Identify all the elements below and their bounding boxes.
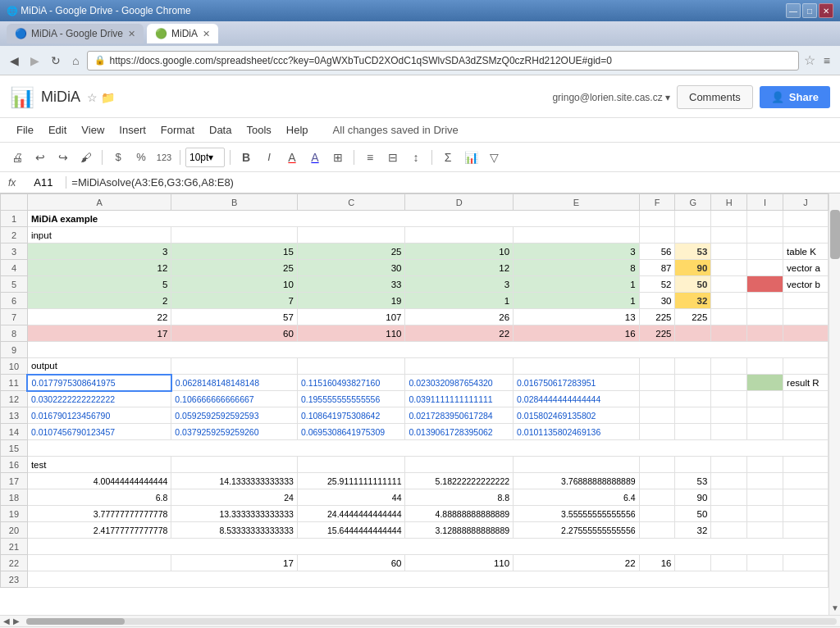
cell-d12[interactable]: 0.0391111111111111 xyxy=(405,391,514,407)
cell-a11[interactable]: 0.0177975308641975 xyxy=(27,375,171,391)
cell-h7[interactable] xyxy=(711,309,747,325)
cell-d19[interactable]: 4.88888888888889 xyxy=(405,506,514,522)
cell-j10[interactable] xyxy=(783,358,829,375)
col-header-d[interactable]: D xyxy=(405,194,514,211)
cell-i7[interactable] xyxy=(747,309,783,325)
tab-close-drive[interactable]: ✕ xyxy=(128,29,135,39)
cell-j2[interactable] xyxy=(783,227,829,243)
cell-e8[interactable]: 16 xyxy=(514,325,640,342)
font-color-button[interactable]: A xyxy=(281,147,303,168)
cell-i5[interactable] xyxy=(747,276,783,293)
cell-i16[interactable] xyxy=(747,457,783,473)
cell-h3[interactable] xyxy=(711,243,747,260)
cell-c12[interactable]: 0.195555555555556 xyxy=(297,391,405,407)
cell-h8[interactable] xyxy=(711,325,747,342)
cell-b20[interactable]: 8.53333333333333 xyxy=(171,522,298,539)
undo-button[interactable]: ↩ xyxy=(30,147,51,168)
col-header-h[interactable]: H xyxy=(711,194,747,211)
menu-data[interactable]: Data xyxy=(203,121,238,139)
cell-j14[interactable] xyxy=(783,424,829,440)
cell-f1[interactable] xyxy=(639,211,675,227)
cell-d14[interactable]: 0.0139061728395062 xyxy=(405,424,514,440)
cell-h14[interactable] xyxy=(711,424,747,440)
cell-h11[interactable] xyxy=(711,375,747,391)
cell-i4[interactable] xyxy=(747,260,783,276)
cell-b10[interactable] xyxy=(171,358,298,375)
cell-i19[interactable] xyxy=(747,506,783,522)
cell-e20[interactable]: 2.27555555555556 xyxy=(514,522,640,539)
vertical-scrollbar[interactable]: ▼ xyxy=(829,193,840,615)
cell-c4[interactable]: 30 xyxy=(297,260,405,276)
print-button[interactable]: 🖨 xyxy=(7,147,28,168)
col-header-i[interactable]: I xyxy=(747,194,783,211)
cell-g7[interactable]: 225 xyxy=(675,309,711,325)
cell-g5[interactable]: 50 xyxy=(675,276,711,293)
maximize-btn[interactable]: □ xyxy=(802,3,817,18)
cell-h2[interactable] xyxy=(711,227,747,243)
cell-e18[interactable]: 6.4 xyxy=(514,489,640,506)
cell-c11[interactable]: 0.115160493827160 xyxy=(297,375,405,391)
menu-insert[interactable]: Insert xyxy=(112,121,153,139)
cell-a20[interactable]: 2.41777777777778 xyxy=(27,522,171,539)
cell-d3[interactable]: 10 xyxy=(405,243,514,260)
cell-b5[interactable]: 10 xyxy=(171,276,298,293)
cell-i8[interactable] xyxy=(747,325,783,342)
cell-c19[interactable]: 24.4444444444444 xyxy=(297,506,405,522)
cell-f19[interactable] xyxy=(639,506,675,522)
cell-c7[interactable]: 107 xyxy=(297,309,405,325)
cell-i12[interactable] xyxy=(747,391,783,407)
cell-reference[interactable]: A11 xyxy=(25,176,66,189)
cell-g4[interactable]: 90 xyxy=(675,260,711,276)
cell-e2[interactable] xyxy=(514,227,640,243)
cell-j8[interactable] xyxy=(783,325,829,342)
scroll-left-btn[interactable]: ◀ xyxy=(3,617,10,626)
forward-button[interactable]: ▶ xyxy=(27,52,43,69)
cell-c2[interactable] xyxy=(297,227,405,243)
cell-j12[interactable] xyxy=(783,391,829,407)
cell-j11[interactable]: result R xyxy=(783,375,829,391)
cell-h18[interactable] xyxy=(711,489,747,506)
cell-d22[interactable]: 110 xyxy=(405,555,514,571)
merge-button[interactable]: ⊟ xyxy=(382,147,404,168)
scroll-right-btn[interactable]: ▶ xyxy=(13,617,20,626)
cell-a3[interactable]: 3 xyxy=(27,243,171,260)
cell-a14[interactable]: 0.0107456790123457 xyxy=(27,424,171,440)
cell-c17[interactable]: 25.9111111111111 xyxy=(297,473,405,489)
cell-a8[interactable]: 17 xyxy=(27,325,171,342)
cell-a22[interactable] xyxy=(27,555,171,571)
col-header-b[interactable]: B xyxy=(171,194,298,211)
cell-i17[interactable] xyxy=(747,473,783,489)
bookmark-button[interactable]: ☆ xyxy=(804,52,815,68)
cell-e13[interactable]: 0.015802469135802 xyxy=(514,407,640,424)
filter-button[interactable]: ▽ xyxy=(483,147,504,168)
cell-h19[interactable] xyxy=(711,506,747,522)
col-header-a[interactable]: A xyxy=(27,194,171,211)
col-header-c[interactable]: C xyxy=(297,194,405,211)
tab-close-midia[interactable]: ✕ xyxy=(203,29,210,39)
cell-c10[interactable] xyxy=(297,358,405,375)
cell-h5[interactable] xyxy=(711,276,747,293)
cell-g14[interactable] xyxy=(675,424,711,440)
close-btn[interactable]: ✕ xyxy=(819,3,833,18)
cell-h13[interactable] xyxy=(711,407,747,424)
cell-j5[interactable]: vector b xyxy=(783,276,829,293)
cell-d10[interactable] xyxy=(405,358,514,375)
cell-g13[interactable] xyxy=(675,407,711,424)
cell-e3[interactable]: 3 xyxy=(514,243,640,260)
cell-f17[interactable] xyxy=(639,473,675,489)
cell-j20[interactable] xyxy=(783,522,829,539)
cell-b16[interactable] xyxy=(171,457,298,473)
menu-button[interactable]: ≡ xyxy=(820,52,833,69)
cell-h12[interactable] xyxy=(711,391,747,407)
cell-g2[interactable] xyxy=(675,227,711,243)
cell-a18[interactable]: 6.8 xyxy=(27,489,171,506)
bold-button[interactable]: B xyxy=(235,147,257,168)
tab-google-drive[interactable]: 🔵 MiDiA - Google Drive ✕ xyxy=(7,24,144,43)
cell-i22[interactable] xyxy=(747,555,783,571)
cell-b12[interactable]: 0.106666666666667 xyxy=(171,391,298,407)
cell-i14[interactable] xyxy=(747,424,783,440)
menu-tools[interactable]: Tools xyxy=(240,121,277,139)
cell-b2[interactable] xyxy=(171,227,298,243)
cell-j1[interactable] xyxy=(783,211,829,227)
highlight-color-button[interactable]: A xyxy=(304,147,326,168)
